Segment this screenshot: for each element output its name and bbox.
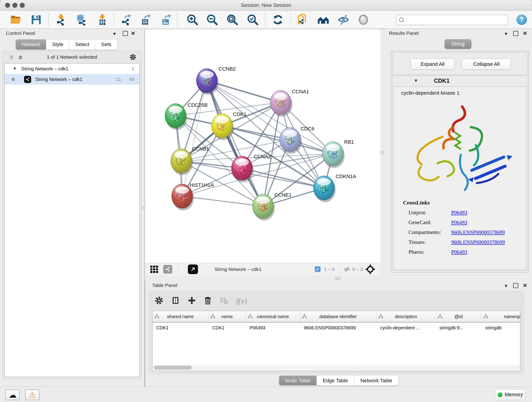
column-header-namespace[interactable]: namespace — [481, 311, 520, 322]
results-panel-float-icon[interactable] — [513, 31, 518, 36]
column-header-id[interactable]: @id — [436, 311, 481, 322]
cell-canonical-name[interactable]: P06493 — [246, 322, 300, 333]
column-header-database-identifier[interactable]: database identifier — [300, 311, 376, 322]
birds-eye-grid-icon[interactable] — [150, 266, 158, 273]
compartments-link[interactable]: 9606.ENSP00000378699 — [451, 230, 505, 235]
open-in-new-window-icon[interactable] — [188, 264, 198, 274]
cell-name[interactable]: CDK1 — [209, 322, 246, 333]
refresh-icon[interactable] — [271, 13, 285, 27]
network-node-cdc25b[interactable] — [165, 104, 187, 130]
right-splitter-handle[interactable] — [381, 151, 384, 154]
cell-shared-name[interactable]: CDK1 — [152, 322, 209, 333]
scrollbar-thumb[interactable] — [154, 366, 192, 370]
cloud-status-button[interactable]: ☁ — [6, 390, 20, 400]
cell-description[interactable]: cyclin-dependent ... — [376, 322, 436, 333]
tab-node-table[interactable]: Node Table — [279, 375, 317, 385]
network-node-ccna2[interactable] — [231, 156, 254, 182]
fit-selected-crosshair-icon[interactable] — [365, 264, 375, 275]
protein-section-header[interactable]: ▼ CDK1 — [393, 76, 527, 87]
import-network-from-database-icon[interactable] — [74, 13, 89, 27]
network-node-rb1[interactable] — [322, 142, 345, 168]
network-node-ccnb2[interactable] — [196, 69, 219, 95]
export-image-icon[interactable] — [159, 13, 173, 27]
horizontal-splitter-handle[interactable] — [335, 277, 341, 280]
column-header-canonical-name[interactable]: canonical name — [246, 311, 300, 322]
hidden-eye-icon[interactable] — [343, 266, 351, 274]
selected-nodes-checkbox-icon[interactable]: ✓ — [315, 266, 321, 272]
export-network-icon[interactable] — [119, 13, 133, 27]
function-builder-icon[interactable]: f(x) — [236, 297, 247, 305]
horizontal-scrollbar[interactable] — [153, 365, 520, 370]
new-network-from-selection-icon[interactable] — [296, 13, 310, 27]
network-node-ccna1[interactable] — [270, 90, 292, 117]
tab-network[interactable]: Network — [16, 39, 46, 50]
control-panel-menu-icon[interactable]: ▼ — [112, 31, 117, 37]
uniprot-link[interactable]: P06493 — [451, 210, 467, 216]
network-edge[interactable] — [207, 81, 263, 206]
network-edge[interactable] — [182, 196, 263, 206]
tab-edge-table[interactable]: Edge Table — [317, 375, 354, 385]
table-panel-close-icon[interactable]: × — [523, 283, 527, 288]
network-node-ccne1[interactable] — [253, 194, 275, 220]
zoom-out-icon[interactable] — [205, 13, 219, 27]
cell-id[interactable]: stringdb:9... — [436, 322, 481, 333]
hide-selected-icon[interactable] — [336, 13, 351, 27]
import-network-from-file-icon[interactable] — [54, 13, 68, 27]
show-columns-icon[interactable] — [171, 296, 180, 306]
pharos-link[interactable]: P06493 — [451, 249, 467, 255]
save-session-icon[interactable] — [29, 13, 43, 27]
network-node-hist1h1a[interactable] — [172, 184, 194, 211]
table-row[interactable]: CDK1 CDK1 P06493 9606.ENSP00000378699 cy… — [152, 322, 520, 333]
table-panel-float-icon[interactable] — [513, 283, 518, 288]
search-input[interactable] — [405, 16, 506, 24]
control-panel-float-icon[interactable] — [123, 31, 128, 36]
search-field[interactable] — [396, 15, 508, 25]
network-options-gear-icon[interactable] — [129, 54, 136, 61]
network-node-cdkn1a[interactable] — [313, 176, 336, 202]
network-row[interactable]: String Network – cdk1 11 48 — [5, 74, 139, 85]
cell-namespace[interactable]: stringdb — [481, 322, 520, 333]
create-column-icon[interactable] — [188, 296, 196, 306]
warnings-button[interactable]: ⚠ — [25, 390, 39, 400]
minimize-window-button[interactable] — [12, 3, 17, 8]
first-neighbors-icon[interactable] — [316, 13, 330, 27]
tab-network-table[interactable]: Network Table — [354, 375, 399, 385]
left-splitter-handle[interactable] — [142, 206, 146, 209]
help-icon[interactable]: ? — [516, 14, 527, 25]
zoom-fit-icon[interactable] — [225, 13, 239, 27]
column-header-description[interactable]: description — [376, 311, 436, 322]
network-collection-row[interactable]: ▼ String Network – cdk1 1 — [5, 64, 139, 74]
zoom-selected-icon[interactable] — [246, 13, 260, 27]
table-options-gear-icon[interactable] — [155, 296, 163, 306]
export-table-icon[interactable] — [139, 13, 153, 27]
results-panel-close-icon[interactable]: × — [523, 31, 527, 36]
close-window-button[interactable] — [5, 3, 10, 8]
tab-select[interactable]: Select — [69, 39, 95, 50]
collapse-section-icon[interactable]: ▼ — [414, 78, 418, 83]
network-canvas[interactable]: CCNB2CCNA1CDC25BCDK1CDC6RB1CCNB1CCNA2CDK… — [145, 30, 380, 263]
control-panel-close-icon[interactable]: × — [131, 31, 135, 36]
zoom-in-icon[interactable] — [185, 13, 200, 27]
network-node-cdk1[interactable] — [211, 114, 234, 140]
tab-sets[interactable]: Sets — [95, 39, 118, 50]
cell-database-identifier[interactable]: 9606.ENSP00000378699 — [300, 322, 376, 333]
column-header-name[interactable]: name — [209, 311, 246, 322]
tissues-link[interactable]: 9606.ENSP00000378699 — [451, 239, 505, 245]
tab-style[interactable]: Style — [46, 39, 70, 50]
expand-all-button[interactable]: Expand All — [411, 59, 455, 70]
network-edge[interactable] — [182, 81, 207, 196]
column-header-shared-name[interactable]: shared name — [152, 311, 209, 322]
network-share-toggle-icon[interactable] — [163, 265, 172, 274]
table-panel-menu-icon[interactable]: ▼ — [504, 283, 508, 289]
import-table-from-file-icon[interactable] — [95, 13, 109, 27]
genecard-link[interactable]: P06493 — [451, 220, 467, 225]
maximize-window-button[interactable] — [20, 3, 25, 8]
collapse-all-button[interactable]: Collapse All — [462, 59, 511, 70]
network-graph[interactable]: CCNB2CCNA1CDC25BCDK1CDC6RB1CCNB1CCNA2CDK… — [145, 30, 380, 263]
results-panel-menu-icon[interactable]: ▼ — [504, 31, 508, 37]
tab-string[interactable]: String — [444, 39, 471, 49]
open-session-icon[interactable] — [9, 13, 23, 27]
delete-table-icon[interactable] — [220, 296, 228, 306]
delete-column-trash-icon[interactable] — [204, 296, 212, 306]
show-all-icon[interactable] — [356, 13, 370, 27]
